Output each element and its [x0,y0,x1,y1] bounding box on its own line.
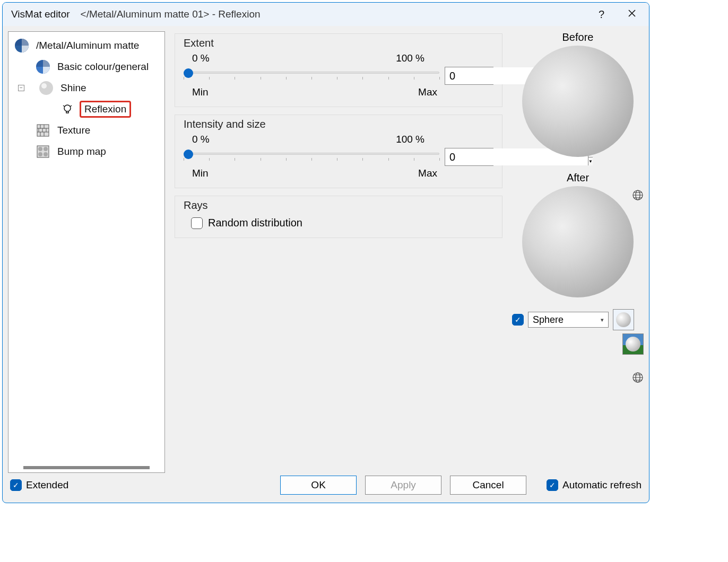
svg-point-9 [38,152,42,156]
random-distribution-label: Random distribution [208,217,302,229]
extent-spinner[interactable]: ▲ ▼ [445,67,493,85]
svg-point-4 [64,105,71,111]
auto-refresh-label: Automatic refresh [562,479,642,491]
before-label: Before [562,31,594,43]
footer: ✓ Extended OK Apply Cancel ✓ Automatic r… [3,473,649,503]
rays-group: Rays Random distribution [175,196,502,238]
tree-collapse-toggle[interactable]: − [18,85,24,91]
colour-icon [35,59,51,75]
preview-panel: Before After ✓ Sphere ▾ [512,31,644,473]
vismat-editor-window: VisMat editor </Metal/Aluminum matte 01>… [2,2,649,503]
extent-slider[interactable] [184,66,439,85]
shape-thumb-environment[interactable] [622,333,644,355]
svg-point-7 [38,147,42,151]
globe-icon-before[interactable] [632,189,644,204]
rays-title: Rays [184,199,493,212]
svg-point-2 [39,81,53,95]
extent-min-label: Min [192,86,209,98]
extent-title: Extent [184,37,493,49]
close-button[interactable] [623,7,640,22]
titlebar: VisMat editor </Metal/Aluminum matte 01>… [3,3,649,26]
extent-max-label: Max [418,86,437,98]
random-distribution-checkbox[interactable] [191,217,203,229]
tree-shine[interactable]: − Shine [14,77,164,99]
material-tree: /Metal/Aluminum matte Basic colour/gener… [8,31,165,473]
intensity-max-label: Max [418,168,437,179]
extended-label: Extended [26,479,68,491]
preview-before [522,46,634,157]
extended-checkbox[interactable]: ✓ [10,479,22,491]
tree-root[interactable]: /Metal/Aluminum matte [14,35,164,56]
tree-texture-label: Texture [55,124,92,137]
tree-basic-label: Basic colour/general [55,60,151,74]
tree-shine-label: Shine [58,81,89,95]
intensity-spinner[interactable]: ▲ ▼ [445,148,493,166]
cancel-button[interactable]: Cancel [450,476,526,495]
intensity-min-label: Min [192,168,209,179]
texture-icon [35,122,51,138]
svg-point-10 [44,152,48,156]
chevron-down-icon: ▾ [601,317,604,323]
tree-texture[interactable]: Texture [14,120,164,141]
shape-thumb-sphere[interactable] [613,309,634,330]
intensity-slider[interactable] [184,147,439,166]
extent-group: Extent 0 % 100 % [175,33,502,107]
intensity-group: Intensity and size 0 % 100 % [175,115,502,188]
after-label: After [567,172,589,184]
globe-icon-after[interactable] [632,372,644,387]
preview-after [522,186,634,297]
bulb-icon [59,101,75,117]
doc-title: </Metal/Aluminum matte 01> - Reflexion [81,8,261,20]
material-icon [14,38,30,54]
svg-point-3 [41,83,47,89]
tree-reflexion[interactable]: Reflexion [14,99,164,120]
tree-reflexion-label: Reflexion [80,101,131,118]
tree-scrollbar[interactable] [23,466,150,469]
tree-basic-colour[interactable]: Basic colour/general [14,56,164,77]
properties-panel: Extent 0 % 100 % [175,31,502,473]
auto-refresh-checkbox[interactable]: ✓ [547,479,558,491]
tree-bump[interactable]: Bump map [14,141,164,162]
preview-shape-value: Sphere [533,314,564,326]
shine-icon [38,80,54,96]
tree-bump-label: Bump map [55,145,108,159]
bump-icon [35,144,51,160]
svg-point-8 [44,147,48,151]
ok-button[interactable]: OK [280,476,357,495]
app-title: VisMat editor [11,8,70,20]
tree-root-label: /Metal/Aluminum matte [34,39,141,52]
help-button[interactable]: ? [599,8,604,21]
intensity-title: Intensity and size [184,118,493,130]
apply-button[interactable]: Apply [365,476,441,495]
preview-shape-checkbox[interactable]: ✓ [512,314,524,326]
preview-shape-select[interactable]: Sphere ▾ [528,312,609,328]
